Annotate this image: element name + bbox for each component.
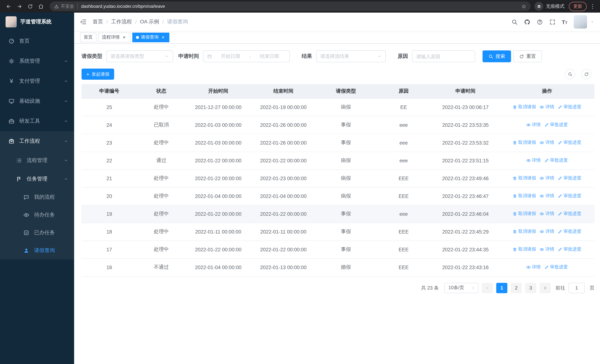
toggle-search-button[interactable]: [565, 69, 575, 79]
reason-input[interactable]: [416, 54, 471, 59]
cancel-leave-action-link[interactable]: 取消请假: [513, 246, 536, 253]
table-header-row: 申请编号 状态 开始时间 结束时间 请假类型 原因 申请时间 操作: [82, 84, 594, 98]
cell-start-time: 2021-12-27 00:00:00: [186, 98, 251, 116]
detail-action-link[interactable]: 详情: [540, 246, 554, 253]
fullscreen-icon[interactable]: [549, 19, 555, 25]
approval-progress-action-link[interactable]: 审批进度: [558, 193, 581, 199]
leave-type-select[interactable]: 请选择请假类型: [106, 50, 173, 62]
browser-menu-icon[interactable]: ⋮: [589, 3, 596, 10]
sidebar-item-home[interactable]: 首页: [0, 31, 74, 51]
sidebar-item-workflow[interactable]: 工作流程: [0, 131, 74, 151]
detail-action-link[interactable]: 详情: [540, 229, 554, 235]
monitor-icon: [9, 98, 14, 104]
page-button-1[interactable]: 1: [496, 283, 507, 293]
detail-action-link[interactable]: 详情: [526, 264, 541, 271]
refresh-table-button[interactable]: [581, 69, 591, 79]
sidebar-item-infrastructure[interactable]: 基础设施: [0, 91, 74, 111]
forward-button[interactable]: [14, 1, 24, 11]
security-label[interactable]: 不安全: [61, 3, 74, 9]
eye-icon: [540, 229, 544, 234]
cell-status: 处理中: [137, 223, 186, 241]
trash-icon: [513, 194, 517, 198]
github-icon[interactable]: [524, 19, 530, 25]
create-leave-button[interactable]: + 发起请假: [82, 69, 114, 80]
detail-action-link[interactable]: 详情: [526, 157, 541, 164]
start-date-placeholder[interactable]: 开始日期: [214, 53, 247, 60]
search-icon: [488, 54, 493, 59]
sidebar-item-payment-mgmt[interactable]: ¥ 支付管理: [0, 71, 74, 91]
sidebar-item-system-mgmt[interactable]: 系统管理: [0, 51, 74, 71]
sidebar-item-done-tasks[interactable]: 已办任务: [0, 224, 74, 242]
cancel-leave-action-link[interactable]: 取消请假: [513, 193, 536, 199]
cell-end-time: 2022-01-26 00:00:00: [251, 116, 316, 134]
breadcrumb-item[interactable]: OA 示例: [140, 19, 159, 25]
user-avatar[interactable]: [574, 15, 587, 28]
cancel-leave-action-link[interactable]: 取消请假: [513, 104, 536, 110]
url-text[interactable]: dashboard.yudao.iocoder.cn/bpm/oa/leave: [81, 4, 521, 9]
next-page-button[interactable]: [540, 283, 551, 293]
page-size-select[interactable]: 10条/页: [444, 283, 478, 293]
detail-action-link[interactable]: 详情: [540, 104, 554, 110]
sidebar-item-todo-tasks[interactable]: 待办任务: [0, 206, 74, 224]
approval-progress-action-link[interactable]: 审批进度: [544, 264, 568, 271]
approval-progress-action-link[interactable]: 审批进度: [558, 175, 581, 181]
search-button[interactable]: 搜索: [483, 50, 511, 62]
approval-progress-action-link[interactable]: 审批进度: [558, 140, 581, 146]
sidebar-item-task-mgmt[interactable]: 任务管理: [0, 170, 74, 188]
apply-time-range-picker[interactable]: 开始日期 - 结束日期: [203, 50, 290, 62]
goto-page-input[interactable]: [569, 283, 585, 293]
cancel-leave-action-link[interactable]: 取消请假: [513, 175, 536, 181]
font-size-icon[interactable]: TT: [562, 19, 567, 25]
sidebar-item-leave-query[interactable]: 请假查询: [0, 242, 74, 260]
approval-progress-action-link[interactable]: 审批进度: [558, 246, 581, 253]
page-button-2[interactable]: 2: [511, 283, 522, 293]
tab-home[interactable]: 首页: [80, 32, 96, 42]
cancel-leave-action-link[interactable]: 取消请假: [513, 211, 536, 217]
detail-action-link[interactable]: 详情: [526, 122, 541, 128]
page-button-3[interactable]: 3: [525, 283, 536, 293]
approval-progress-action-link[interactable]: 审批进度: [544, 157, 568, 164]
reset-button[interactable]: 重置: [513, 50, 542, 62]
back-button[interactable]: [4, 1, 14, 11]
chevron-down-icon: [64, 99, 68, 103]
cancel-leave-action-link[interactable]: 取消请假: [513, 140, 536, 146]
sidebar-item-my-process[interactable]: 我的流程: [0, 188, 74, 206]
approval-progress-action-link[interactable]: 审批进度: [558, 229, 581, 235]
detail-action-link[interactable]: 详情: [540, 211, 554, 217]
reload-button[interactable]: [25, 1, 35, 11]
leave-type-label: 请假类型: [82, 53, 102, 60]
home-button[interactable]: [36, 1, 46, 11]
search-icon[interactable]: [511, 19, 517, 25]
approval-progress-action-link[interactable]: 审批进度: [558, 211, 581, 217]
end-date-placeholder[interactable]: 结束日期: [253, 53, 286, 60]
approval-progress-action-link[interactable]: 审批进度: [558, 104, 581, 110]
person-icon: [23, 248, 29, 253]
sidebar-item-dev-tools[interactable]: 研发工具: [0, 111, 74, 131]
detail-action-link[interactable]: 详情: [540, 175, 554, 181]
profile-chip[interactable]: 无痕模式: [534, 2, 564, 11]
sidebar-item-process-mgmt[interactable]: 流程管理: [0, 151, 74, 170]
close-icon[interactable]: ×: [122, 35, 127, 40]
app-logo[interactable]: 芋道管理系统: [0, 13, 74, 31]
address-bar[interactable]: 不安全 dashboard.yudao.iocoder.cn/bpm/oa/le…: [50, 1, 531, 11]
address-divider: [77, 4, 78, 9]
approval-progress-action-link[interactable]: 审批进度: [544, 122, 568, 128]
close-icon[interactable]: ×: [160, 35, 166, 40]
browser-update-button[interactable]: 更新: [569, 2, 587, 11]
page-content: 请假类型 请选择请假类型 申请时间 开始日期 - 结束日期: [74, 44, 600, 364]
cancel-leave-action-link[interactable]: 取消请假: [513, 229, 536, 235]
breadcrumb-item[interactable]: 首页: [93, 19, 103, 25]
bookmark-star-icon[interactable]: [521, 4, 526, 9]
tab-process-detail[interactable]: 流程详情 ×: [98, 32, 131, 42]
sidebar-fold-icon[interactable]: [80, 19, 87, 25]
cell-request-id: 25: [82, 98, 137, 116]
help-icon[interactable]: [536, 19, 543, 25]
breadcrumb-item[interactable]: 工作流程: [111, 19, 132, 25]
tab-leave-query[interactable]: 请假查询 ×: [132, 32, 169, 42]
detail-action-link[interactable]: 详情: [540, 193, 554, 199]
prev-page-button[interactable]: [482, 283, 493, 293]
caret-down-icon[interactable]: [590, 20, 594, 24]
cell-request-id: 17: [82, 241, 137, 258]
result-select[interactable]: 请选择流结果: [316, 50, 386, 62]
detail-action-link[interactable]: 详情: [540, 140, 554, 146]
